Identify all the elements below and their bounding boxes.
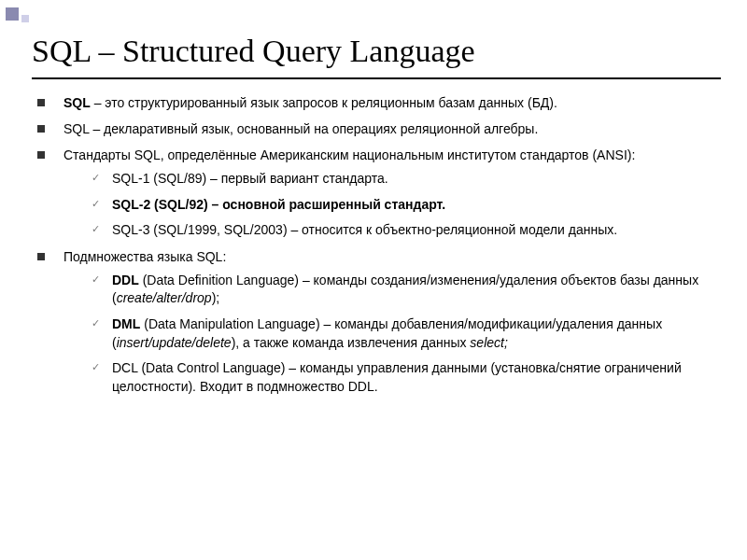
sub-bullet-item: DML (Data Manipulation Language) – коман…: [88, 315, 721, 352]
bullet-text: SQL – декларативный язык, основанный на …: [63, 121, 538, 136]
sub-bullet-text: DDL (Data Definition Language) – команды…: [112, 273, 698, 306]
bullet-item: Подмножества языка SQL:DDL (Data Definit…: [32, 248, 721, 396]
sub-bullet-item: SQL-3 (SQL/1999, SQL/2003) – относится к…: [88, 221, 721, 240]
slide-decor: [6, 7, 29, 22]
sub-bullet-list: SQL-1 (SQL/89) – первый вариант стандарт…: [88, 170, 721, 240]
sub-bullet-text: SQL-3 (SQL/1999, SQL/2003) – относится к…: [112, 222, 617, 237]
sub-bullet-item: SQL-2 (SQL/92) – основной расширенный ст…: [88, 196, 721, 215]
sub-bullet-item: SQL-1 (SQL/89) – первый вариант стандарт…: [88, 170, 721, 189]
sub-bullet-text: SQL-1 (SQL/89) – первый вариант стандарт…: [112, 171, 388, 186]
decor-square-large: [6, 7, 19, 21]
sub-bullet-text: DML (Data Manipulation Language) – коман…: [112, 316, 662, 350]
slide: SQL – Structured Query Language SQL – эт…: [32, 34, 721, 549]
sub-bullet-item: DCL (Data Control Language) – команды уп…: [88, 359, 721, 396]
bullet-list: SQL – это структурированный язык запросо…: [32, 94, 721, 396]
slide-title: SQL – Structured Query Language: [32, 34, 721, 68]
sub-bullet-item: DDL (Data Definition Language) – команды…: [88, 272, 721, 308]
sub-bullet-text: SQL-2 (SQL/92) – основной расширенный ст…: [112, 197, 445, 212]
sub-bullet-text: DCL (Data Control Language) – команды уп…: [112, 360, 682, 394]
title-rule: [32, 77, 721, 79]
bullet-text: Стандарты SQL, определённые Американским…: [63, 147, 635, 162]
bullet-text: SQL – это структурированный язык запросо…: [63, 95, 557, 110]
bullet-item: SQL – декларативный язык, основанный на …: [32, 120, 721, 138]
bullet-item: SQL – это структурированный язык запросо…: [32, 94, 721, 112]
bullet-item: Стандарты SQL, определённые Американским…: [32, 147, 721, 240]
sub-bullet-list: DDL (Data Definition Language) – команды…: [88, 272, 721, 397]
decor-square-small: [21, 15, 29, 22]
bullet-text: Подмножества языка SQL:: [63, 249, 226, 264]
